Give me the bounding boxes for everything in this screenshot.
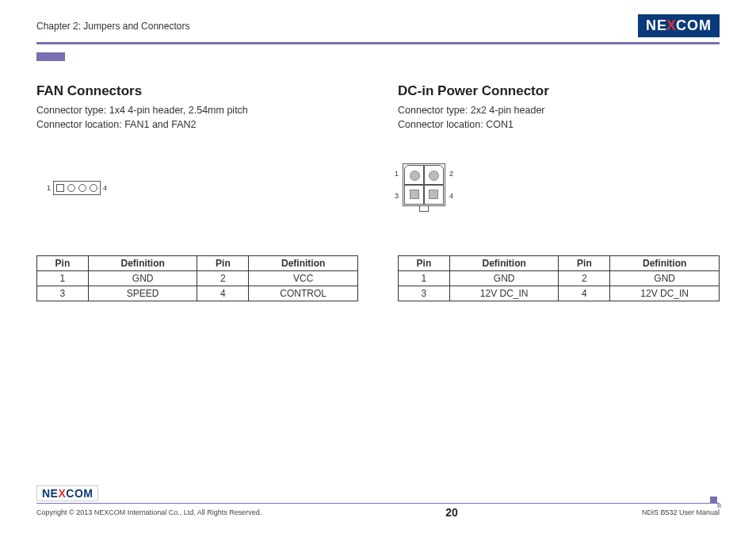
th-def: Definition	[449, 256, 559, 271]
cell: 12V DC_IN	[449, 286, 559, 301]
fan-frame	[53, 181, 101, 195]
dc-pin-icon	[410, 190, 419, 199]
cell: CONTROL	[249, 286, 358, 301]
fan-pin-label-4: 4	[103, 184, 107, 192]
fan-pin-1-icon	[56, 184, 64, 192]
brand-logo: NEXCOM	[638, 14, 720, 37]
th-def: Definition	[610, 256, 720, 271]
content-columns: FAN Connectors Connector type: 1x4 4-pin…	[36, 83, 720, 301]
brand-post: COM	[66, 487, 93, 500]
table-header-row: Pin Definition Pin Definition	[37, 256, 358, 271]
fan-pin-table: Pin Definition Pin Definition 1 GND 2 VC…	[36, 255, 358, 301]
table-row: 1 GND 2 VCC	[37, 271, 358, 286]
cell: 2	[197, 271, 249, 286]
chapter-title: Chapter 2: Jumpers and Connectors	[36, 21, 189, 32]
fan-title: FAN Connectors	[36, 83, 358, 99]
dc-connector-drawing: 1 2 3 4	[403, 163, 445, 206]
cell: 3	[37, 286, 89, 301]
table-row: 1 GND 2 GND	[399, 271, 720, 286]
cell: VCC	[249, 271, 358, 286]
table-row: 3 SPEED 4 CONTROL	[37, 286, 358, 301]
dc-desc-line2: Connector location: CON1	[398, 118, 720, 132]
page-header: Chapter 2: Jumpers and Connectors NEXCOM	[36, 14, 720, 44]
cell: 1	[399, 271, 450, 286]
cell: SPEED	[88, 286, 197, 301]
dc-latch-icon	[419, 206, 429, 212]
page-number: 20	[445, 506, 458, 519]
cell: GND	[449, 271, 559, 286]
dc-pin-icon	[429, 171, 439, 181]
fan-section: FAN Connectors Connector type: 1x4 4-pin…	[36, 83, 358, 301]
cell: 12V DC_IN	[610, 286, 720, 301]
cell: 1	[37, 271, 89, 286]
document-name: NDiS B532 User Manual	[642, 508, 720, 516]
th-def: Definition	[88, 256, 197, 271]
page-footer: NEXCOM Copyright © 2013 NEXCOM Internati…	[36, 485, 720, 519]
fan-pin-2-icon	[67, 184, 75, 192]
th-def: Definition	[249, 256, 358, 271]
cell: 3	[399, 286, 450, 301]
dc-pin-label-4: 4	[449, 192, 453, 200]
brand-pre: NE	[42, 487, 58, 500]
brand-post: COM	[676, 17, 712, 34]
dc-section: DC-in Power Connector Connector type: 2x…	[398, 83, 720, 301]
dc-desc-line1: Connector type: 2x2 4-pin header	[398, 104, 720, 118]
th-pin: Pin	[37, 256, 89, 271]
dc-frame	[403, 163, 445, 206]
brand-x: X	[666, 17, 677, 34]
dc-pin-label-2: 2	[449, 170, 453, 178]
footer-info-row: Copyright © 2013 NEXCOM International Co…	[36, 506, 720, 519]
cell: 4	[559, 286, 610, 301]
dc-cell	[404, 165, 424, 185]
dc-diagram: 1 2 3 4	[398, 154, 720, 249]
fan-connector-drawing: 1 4	[44, 181, 109, 195]
footer-brand-logo: NEXCOM	[36, 485, 98, 501]
dc-title: DC-in Power Connector	[398, 83, 720, 99]
dc-pin-label-3: 3	[395, 192, 399, 200]
fan-desc-line1: Connector type: 1x4 4-pin header, 2.54mm…	[36, 104, 358, 118]
cell: GND	[88, 271, 197, 286]
dc-pin-icon	[429, 190, 438, 199]
fan-pin-4-icon	[90, 184, 97, 192]
dc-pin-icon	[410, 171, 420, 181]
dc-cell	[404, 184, 424, 204]
fan-pin-label-1: 1	[47, 184, 51, 192]
header-tab-accent	[36, 52, 65, 61]
cell: GND	[610, 271, 720, 286]
fan-pin-3-icon	[78, 184, 86, 192]
cell: 4	[197, 286, 249, 301]
table-row: 3 12V DC_IN 4 12V DC_IN	[399, 286, 720, 301]
table-header-row: Pin Definition Pin Definition	[399, 256, 720, 271]
copyright-text: Copyright © 2013 NEXCOM International Co…	[36, 508, 262, 516]
th-pin: Pin	[197, 256, 249, 271]
fan-diagram: 1 4	[36, 154, 358, 249]
th-pin: Pin	[559, 256, 610, 271]
brand-pre: NE	[646, 17, 667, 34]
dc-pin-table: Pin Definition Pin Definition 1 GND 2 GN…	[398, 255, 720, 301]
fan-desc-line2: Connector location: FAN1 and FAN2	[36, 118, 358, 132]
brand-x: X	[58, 487, 66, 500]
dc-pin-label-1: 1	[395, 170, 399, 178]
dc-cell	[423, 184, 443, 204]
cell: 2	[559, 271, 610, 286]
th-pin: Pin	[399, 256, 450, 271]
dc-cell	[423, 165, 443, 185]
